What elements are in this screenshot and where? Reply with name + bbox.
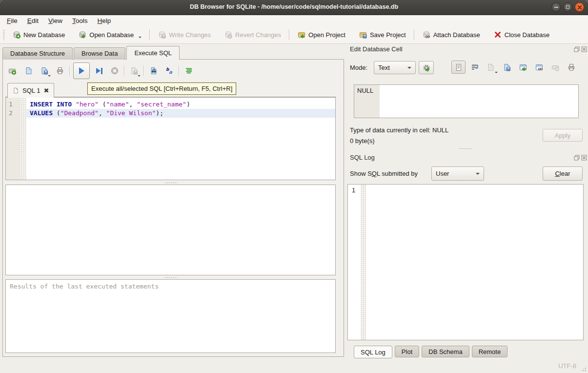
open-project-button[interactable]: Open Project [294,29,349,41]
close-dock-icon [581,155,587,161]
set-null-button[interactable] [548,61,562,74]
save-project-icon [359,31,367,39]
close-database-icon [494,31,502,39]
text-mode-toggle-button[interactable] [451,61,466,74]
execute-all-button[interactable] [73,62,90,79]
find-button[interactable] [147,64,160,77]
float-dock-button[interactable] [574,155,580,161]
write-changes-button[interactable]: Write Changes [154,29,215,41]
sql-log-dock-buttons [574,155,587,161]
title-bar[interactable]: DB Browser for SQLite - /home/user/code/… [0,0,588,15]
open-database-dropdown-caret[interactable] [139,37,142,38]
save-results-button[interactable] [128,64,141,77]
text-document-icon [455,63,463,71]
execute-line-icon [96,68,102,74]
dock-splitter[interactable] [347,147,584,150]
print-cell-button[interactable] [564,61,578,74]
import-dropdown-caret [495,72,498,73]
results-grid-pane[interactable] [5,185,336,275]
write-changes-label: Write Changes [169,31,211,39]
attach-database-label: Attach Database [433,31,480,39]
dock-tab-plot[interactable]: Plot [395,346,419,357]
log-source-combo-caret [476,173,480,175]
dock-tab-sql-log[interactable]: SQL Log [354,346,392,358]
close-dock-button[interactable] [581,155,587,161]
save-results-dropdown-caret[interactable] [138,75,141,77]
sql-tab-label: SQL 1 [22,87,40,94]
new-sql-tab-button[interactable] [6,64,19,77]
sql-document-tab[interactable]: SQL 1 ✖ [7,83,54,98]
revert-changes-icon [224,31,232,39]
open-sql-file-button[interactable] [22,64,35,77]
results-message-splitter[interactable] [5,276,336,279]
results-message-pane[interactable]: Results of the last executed statements [5,279,336,353]
open-in-external-button[interactable] [516,61,530,74]
save-file-icon [41,67,48,75]
word-wrap-icon [471,63,479,71]
log-fold-margin [361,185,366,340]
resize-grip[interactable] [581,366,587,372]
word-wrap-button[interactable] [467,61,482,74]
copy-link-button[interactable] [532,61,546,74]
attach-database-button[interactable]: Attach Database [419,29,484,41]
open-database-button[interactable]: Open Database [75,29,145,41]
close-button[interactable] [575,2,584,12]
toolbar-drag-handle[interactable] [3,29,5,40]
code-line-1: INSERT INTO "hero" ("name", "secret_name… [26,100,335,109]
cell-value-editor[interactable]: NULL [354,84,579,118]
float-dock-button[interactable] [574,46,580,52]
sql-log-view[interactable]: 1 [347,184,584,340]
log-source-combobox[interactable]: User [431,166,484,181]
save-file-dropdown-caret[interactable] [48,75,51,77]
clear-log-button[interactable]: Clear [543,166,583,181]
execute-current-line-button[interactable] [93,64,105,77]
line-number: 2 [9,109,20,118]
sql-tab-close-button[interactable]: ✖ [43,87,49,94]
export-data-button[interactable] [500,61,514,74]
tab-execute-sql[interactable]: Execute SQL [126,46,180,60]
editor-results-splitter[interactable] [5,182,336,184]
tab-browse-data[interactable]: Browse Data [74,47,125,60]
revert-changes-button[interactable]: Revert Changes [221,29,285,41]
svg-text:a: a [169,69,173,75]
menu-view[interactable]: View [43,16,67,25]
new-database-button[interactable]: New Database [9,29,69,41]
save-project-button[interactable]: Save Project [355,29,410,41]
results-placeholder: Results of the last executed statements [6,280,335,293]
menu-tools[interactable]: Tools [67,16,93,25]
open-project-icon [298,31,305,39]
toolbar-separator [414,29,415,40]
format-sql-button[interactable] [182,64,195,77]
menu-bar: File Edit View Tools Help [0,15,588,26]
tab-database-structure[interactable]: Database Structure [2,47,73,60]
dock-tab-remote[interactable]: Remote [472,346,508,357]
menu-file[interactable]: File [2,16,22,25]
save-results-icon [130,67,138,75]
apply-button[interactable]: Apply [543,129,583,142]
print-icon [568,63,575,71]
import-settings-button[interactable] [419,61,434,74]
save-sql-file-button[interactable] [38,64,51,77]
encoding-indicator: UTF-8 [558,362,576,370]
find-replace-button[interactable]: ba [163,64,176,77]
float-icon [574,155,580,161]
import-data-button[interactable] [484,61,498,74]
stop-icon [111,67,119,75]
minimize-button[interactable] [551,2,561,12]
new-database-icon [13,31,20,39]
mode-combobox[interactable]: Text [374,61,416,74]
close-database-button[interactable]: Close Database [490,29,554,41]
open-file-icon [25,67,33,75]
menu-edit[interactable]: Edit [22,16,43,25]
print-sql-button[interactable] [54,64,66,77]
sql-editor[interactable]: 1 2 INSERT INTO "hero" ("name", "secret_… [5,97,336,180]
edit-cell-dock-buttons [574,46,587,52]
dock-tab-db-schema[interactable]: DB Schema [422,346,469,357]
cell-editor-toolbar [451,61,578,74]
stop-execution-button[interactable] [108,64,121,77]
close-dock-button[interactable] [581,46,587,52]
code-area[interactable]: INSERT INTO "hero" ("name", "secret_name… [26,98,335,180]
menu-help[interactable]: Help [93,16,116,25]
maximize-button[interactable] [563,2,572,12]
close-icon [577,5,582,10]
